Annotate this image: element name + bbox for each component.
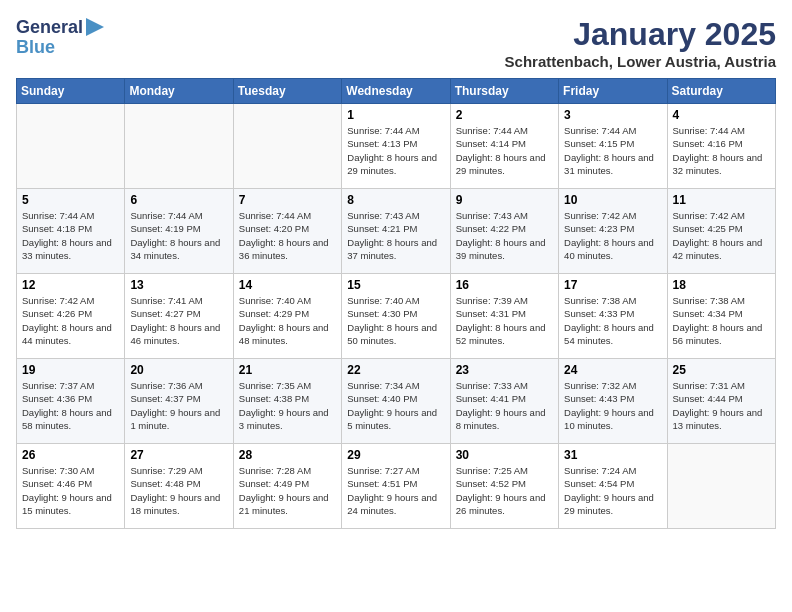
day-info: Sunrise: 7:41 AM Sunset: 4:27 PM Dayligh…	[130, 294, 227, 347]
day-info: Sunrise: 7:42 AM Sunset: 4:26 PM Dayligh…	[22, 294, 119, 347]
week-row-2: 5Sunrise: 7:44 AM Sunset: 4:18 PM Daylig…	[17, 189, 776, 274]
week-row-5: 26Sunrise: 7:30 AM Sunset: 4:46 PM Dayli…	[17, 444, 776, 529]
day-number: 17	[564, 278, 661, 292]
calendar-cell: 5Sunrise: 7:44 AM Sunset: 4:18 PM Daylig…	[17, 189, 125, 274]
calendar-cell: 10Sunrise: 7:42 AM Sunset: 4:23 PM Dayli…	[559, 189, 667, 274]
day-info: Sunrise: 7:36 AM Sunset: 4:37 PM Dayligh…	[130, 379, 227, 432]
day-number: 30	[456, 448, 553, 462]
day-info: Sunrise: 7:44 AM Sunset: 4:18 PM Dayligh…	[22, 209, 119, 262]
day-number: 23	[456, 363, 553, 377]
day-info: Sunrise: 7:38 AM Sunset: 4:34 PM Dayligh…	[673, 294, 770, 347]
weekday-header-thursday: Thursday	[450, 79, 558, 104]
day-number: 18	[673, 278, 770, 292]
day-info: Sunrise: 7:30 AM Sunset: 4:46 PM Dayligh…	[22, 464, 119, 517]
calendar-cell: 7Sunrise: 7:44 AM Sunset: 4:20 PM Daylig…	[233, 189, 341, 274]
day-info: Sunrise: 7:37 AM Sunset: 4:36 PM Dayligh…	[22, 379, 119, 432]
calendar-cell: 27Sunrise: 7:29 AM Sunset: 4:48 PM Dayli…	[125, 444, 233, 529]
calendar-cell	[125, 104, 233, 189]
day-number: 28	[239, 448, 336, 462]
weekday-header-sunday: Sunday	[17, 79, 125, 104]
day-info: Sunrise: 7:43 AM Sunset: 4:21 PM Dayligh…	[347, 209, 444, 262]
calendar-cell: 21Sunrise: 7:35 AM Sunset: 4:38 PM Dayli…	[233, 359, 341, 444]
day-number: 3	[564, 108, 661, 122]
calendar-cell: 9Sunrise: 7:43 AM Sunset: 4:22 PM Daylig…	[450, 189, 558, 274]
calendar-cell: 8Sunrise: 7:43 AM Sunset: 4:21 PM Daylig…	[342, 189, 450, 274]
day-info: Sunrise: 7:43 AM Sunset: 4:22 PM Dayligh…	[456, 209, 553, 262]
day-info: Sunrise: 7:34 AM Sunset: 4:40 PM Dayligh…	[347, 379, 444, 432]
calendar-cell: 14Sunrise: 7:40 AM Sunset: 4:29 PM Dayli…	[233, 274, 341, 359]
week-row-1: 1Sunrise: 7:44 AM Sunset: 4:13 PM Daylig…	[17, 104, 776, 189]
day-info: Sunrise: 7:44 AM Sunset: 4:15 PM Dayligh…	[564, 124, 661, 177]
day-info: Sunrise: 7:44 AM Sunset: 4:16 PM Dayligh…	[673, 124, 770, 177]
day-info: Sunrise: 7:38 AM Sunset: 4:33 PM Dayligh…	[564, 294, 661, 347]
day-number: 13	[130, 278, 227, 292]
calendar-cell: 23Sunrise: 7:33 AM Sunset: 4:41 PM Dayli…	[450, 359, 558, 444]
logo: General Blue	[16, 16, 104, 58]
day-number: 16	[456, 278, 553, 292]
title-block: January 2025 Schrattenbach, Lower Austri…	[505, 16, 776, 70]
day-info: Sunrise: 7:31 AM Sunset: 4:44 PM Dayligh…	[673, 379, 770, 432]
day-info: Sunrise: 7:44 AM Sunset: 4:20 PM Dayligh…	[239, 209, 336, 262]
day-number: 1	[347, 108, 444, 122]
day-info: Sunrise: 7:40 AM Sunset: 4:29 PM Dayligh…	[239, 294, 336, 347]
logo-arrow-icon	[86, 18, 104, 36]
calendar-cell: 2Sunrise: 7:44 AM Sunset: 4:14 PM Daylig…	[450, 104, 558, 189]
month-title: January 2025	[505, 16, 776, 53]
day-number: 24	[564, 363, 661, 377]
day-number: 4	[673, 108, 770, 122]
day-info: Sunrise: 7:28 AM Sunset: 4:49 PM Dayligh…	[239, 464, 336, 517]
calendar-cell: 3Sunrise: 7:44 AM Sunset: 4:15 PM Daylig…	[559, 104, 667, 189]
calendar-cell: 20Sunrise: 7:36 AM Sunset: 4:37 PM Dayli…	[125, 359, 233, 444]
calendar-cell: 12Sunrise: 7:42 AM Sunset: 4:26 PM Dayli…	[17, 274, 125, 359]
week-row-4: 19Sunrise: 7:37 AM Sunset: 4:36 PM Dayli…	[17, 359, 776, 444]
calendar-cell: 17Sunrise: 7:38 AM Sunset: 4:33 PM Dayli…	[559, 274, 667, 359]
day-info: Sunrise: 7:44 AM Sunset: 4:19 PM Dayligh…	[130, 209, 227, 262]
weekday-header-row: SundayMondayTuesdayWednesdayThursdayFrid…	[17, 79, 776, 104]
day-number: 21	[239, 363, 336, 377]
svg-marker-0	[86, 18, 104, 36]
day-info: Sunrise: 7:32 AM Sunset: 4:43 PM Dayligh…	[564, 379, 661, 432]
day-info: Sunrise: 7:40 AM Sunset: 4:30 PM Dayligh…	[347, 294, 444, 347]
day-number: 31	[564, 448, 661, 462]
calendar-cell: 29Sunrise: 7:27 AM Sunset: 4:51 PM Dayli…	[342, 444, 450, 529]
day-info: Sunrise: 7:42 AM Sunset: 4:25 PM Dayligh…	[673, 209, 770, 262]
page-header: General Blue January 2025 Schrattenbach,…	[16, 16, 776, 70]
calendar-cell: 16Sunrise: 7:39 AM Sunset: 4:31 PM Dayli…	[450, 274, 558, 359]
calendar-cell: 18Sunrise: 7:38 AM Sunset: 4:34 PM Dayli…	[667, 274, 775, 359]
day-info: Sunrise: 7:35 AM Sunset: 4:38 PM Dayligh…	[239, 379, 336, 432]
calendar-cell	[233, 104, 341, 189]
calendar-cell: 1Sunrise: 7:44 AM Sunset: 4:13 PM Daylig…	[342, 104, 450, 189]
day-number: 15	[347, 278, 444, 292]
week-row-3: 12Sunrise: 7:42 AM Sunset: 4:26 PM Dayli…	[17, 274, 776, 359]
calendar-cell: 15Sunrise: 7:40 AM Sunset: 4:30 PM Dayli…	[342, 274, 450, 359]
calendar-cell: 24Sunrise: 7:32 AM Sunset: 4:43 PM Dayli…	[559, 359, 667, 444]
weekday-header-monday: Monday	[125, 79, 233, 104]
calendar-cell: 11Sunrise: 7:42 AM Sunset: 4:25 PM Dayli…	[667, 189, 775, 274]
day-number: 12	[22, 278, 119, 292]
day-number: 7	[239, 193, 336, 207]
day-info: Sunrise: 7:27 AM Sunset: 4:51 PM Dayligh…	[347, 464, 444, 517]
calendar-table: SundayMondayTuesdayWednesdayThursdayFrid…	[16, 78, 776, 529]
calendar-cell: 28Sunrise: 7:28 AM Sunset: 4:49 PM Dayli…	[233, 444, 341, 529]
calendar-cell: 13Sunrise: 7:41 AM Sunset: 4:27 PM Dayli…	[125, 274, 233, 359]
calendar-cell: 26Sunrise: 7:30 AM Sunset: 4:46 PM Dayli…	[17, 444, 125, 529]
weekday-header-friday: Friday	[559, 79, 667, 104]
calendar-cell: 25Sunrise: 7:31 AM Sunset: 4:44 PM Dayli…	[667, 359, 775, 444]
weekday-header-saturday: Saturday	[667, 79, 775, 104]
day-number: 10	[564, 193, 661, 207]
calendar-cell	[667, 444, 775, 529]
weekday-header-wednesday: Wednesday	[342, 79, 450, 104]
day-number: 5	[22, 193, 119, 207]
day-number: 11	[673, 193, 770, 207]
calendar-cell: 6Sunrise: 7:44 AM Sunset: 4:19 PM Daylig…	[125, 189, 233, 274]
day-number: 8	[347, 193, 444, 207]
calendar-cell: 30Sunrise: 7:25 AM Sunset: 4:52 PM Dayli…	[450, 444, 558, 529]
day-number: 25	[673, 363, 770, 377]
logo-text-general: General	[16, 18, 83, 38]
day-info: Sunrise: 7:33 AM Sunset: 4:41 PM Dayligh…	[456, 379, 553, 432]
day-number: 2	[456, 108, 553, 122]
day-info: Sunrise: 7:24 AM Sunset: 4:54 PM Dayligh…	[564, 464, 661, 517]
logo-text-blue: Blue	[16, 38, 55, 58]
day-number: 9	[456, 193, 553, 207]
day-info: Sunrise: 7:39 AM Sunset: 4:31 PM Dayligh…	[456, 294, 553, 347]
